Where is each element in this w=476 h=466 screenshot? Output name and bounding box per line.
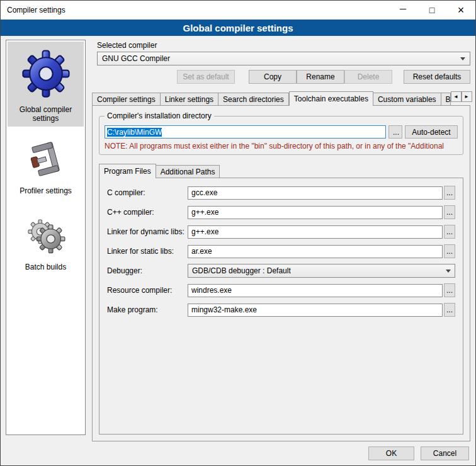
browse-dynamic-linker-button[interactable]: ... — [444, 225, 455, 239]
debugger-select[interactable]: GDB/CDB debugger : Default — [188, 264, 455, 278]
window-title: Compiler settings — [1, 6, 65, 14]
minimize-button[interactable]: ─ — [388, 1, 417, 20]
field-label: Linker for static libs: — [107, 247, 188, 256]
rename-button[interactable]: Rename — [297, 70, 344, 84]
tab-scroll-right-icon[interactable]: ► — [462, 91, 472, 102]
resource-compiler-input[interactable]: windres.exe — [188, 284, 443, 297]
sidebar-item-global-compiler-settings[interactable]: Global compiler settings — [8, 42, 84, 127]
sidebar-item-batch-builds[interactable]: Batch builds — [8, 208, 84, 275]
delete-button[interactable]: Delete — [344, 70, 392, 84]
installation-directory-input[interactable]: C:\raylib\MinGW — [105, 125, 386, 139]
tab-scroll-buttons: ◄ ► — [451, 91, 472, 102]
ok-button[interactable]: OK — [368, 446, 414, 460]
program-files-tab-strip: Program Files Additional Paths — [99, 164, 463, 178]
field-value: GDB/CDB debugger : Default — [192, 266, 291, 275]
selected-compiler-label: Selected compiler — [97, 41, 470, 50]
bin-subdirectory-note: NOTE: All programs must exist either in … — [105, 142, 458, 151]
settings-tab-strip: Compiler settings Linker settings Search… — [92, 91, 470, 105]
blue-gear-icon — [19, 47, 73, 101]
browse-directory-button[interactable]: ... — [388, 125, 402, 139]
chevron-down-icon — [460, 57, 465, 60]
settings-category-list: Global compiler settings Profiler settin… — [6, 40, 86, 435]
c-compiler-row: C compiler: gcc.exe ... — [107, 186, 455, 200]
c-compiler-input[interactable]: gcc.exe — [188, 186, 443, 200]
close-icon: × — [458, 4, 465, 17]
window-controls: ─ □ × — [388, 1, 475, 20]
field-value: mingw32-make.exe — [191, 305, 257, 314]
cpp-compiler-input[interactable]: g++.exe — [188, 206, 443, 219]
static-linker-input[interactable]: ar.exe — [188, 245, 443, 258]
resource-compiler-row: Resource compiler: windres.exe ... — [107, 283, 455, 297]
compiler-settings-window: Compiler settings ─ □ × Global compiler … — [0, 0, 476, 466]
installation-directory-row: C:\raylib\MinGW ... Auto-detect — [105, 125, 458, 139]
dialog-body: Global compiler settings Profiler settin… — [1, 36, 475, 441]
chevron-down-icon — [446, 270, 451, 273]
tab-compiler-settings[interactable]: Compiler settings — [92, 93, 161, 105]
reset-defaults-button[interactable]: Reset defaults — [404, 70, 470, 84]
field-label: Make program: — [107, 305, 188, 314]
subtab-additional-paths[interactable]: Additional Paths — [156, 165, 220, 178]
copy-button[interactable]: Copy — [249, 70, 297, 84]
installation-directory-value: C:\raylib\MinGW — [107, 128, 162, 137]
tab-build-options-truncated[interactable]: Buil — [441, 93, 451, 105]
field-value: ar.exe — [191, 247, 212, 256]
title-bar: Compiler settings ─ □ × — [1, 1, 475, 20]
main-panel: Selected compiler GNU GCC Compiler Set a… — [92, 40, 470, 441]
dynamic-linker-input[interactable]: g++.exe — [188, 225, 443, 239]
maximize-icon: □ — [429, 5, 434, 15]
minimize-icon: ─ — [400, 4, 406, 14]
tab-linker-settings[interactable]: Linker settings — [161, 93, 218, 105]
field-label: Debugger: — [107, 266, 188, 275]
browse-cpp-compiler-button[interactable]: ... — [444, 205, 455, 219]
cancel-button[interactable]: Cancel — [421, 446, 469, 460]
installation-directory-label: Compiler's installation directory — [105, 111, 214, 120]
field-value: gcc.exe — [191, 188, 217, 197]
maximize-button[interactable]: □ — [417, 1, 446, 20]
field-value: g++.exe — [191, 208, 218, 217]
browse-resource-compiler-button[interactable]: ... — [444, 283, 455, 297]
close-button[interactable]: × — [446, 1, 475, 20]
subtab-program-files[interactable]: Program Files — [99, 164, 156, 178]
installation-directory-group: Compiler's installation directory C:\ray… — [99, 116, 463, 155]
dialog-footer: OK Cancel — [1, 441, 475, 465]
sidebar-item-label: Profiler settings — [20, 186, 72, 195]
browse-c-compiler-button[interactable]: ... — [444, 186, 455, 200]
make-program-row: Make program: mingw32-make.exe ... — [107, 303, 455, 317]
selected-compiler-section: Selected compiler GNU GCC Compiler Set a… — [92, 40, 470, 84]
make-program-input[interactable]: mingw32-make.exe — [188, 304, 443, 317]
tab-search-directories[interactable]: Search directories — [218, 93, 289, 105]
field-value: g++.exe — [191, 227, 218, 236]
compiler-buttons-row: Set as default Copy Rename Delete Reset … — [97, 70, 470, 84]
field-label: C++ compiler: — [107, 208, 188, 217]
browse-static-linker-button[interactable]: ... — [444, 244, 455, 258]
field-value: windres.exe — [191, 286, 232, 295]
static-linker-row: Linker for static libs: ar.exe ... — [107, 244, 455, 258]
program-files-panel: C compiler: gcc.exe ... C++ compiler: g+… — [99, 178, 463, 435]
sidebar-item-profiler-settings[interactable]: Profiler settings — [8, 135, 84, 199]
field-label: C compiler: — [107, 188, 188, 197]
debugger-row: Debugger: GDB/CDB debugger : Default — [107, 264, 455, 278]
tab-toolchain-executables[interactable]: Toolchain executables — [289, 91, 373, 106]
compiler-select[interactable]: GNU GCC Compiler — [97, 52, 470, 65]
cpp-compiler-row: C++ compiler: g++.exe ... — [107, 205, 455, 219]
sidebar-item-label: Batch builds — [25, 263, 66, 271]
dynamic-linker-row: Linker for dynamic libs: g++.exe ... — [107, 225, 455, 239]
auto-detect-button[interactable]: Auto-detect — [405, 125, 458, 139]
browse-make-program-button[interactable]: ... — [444, 303, 455, 317]
toolchain-executables-panel: Compiler's installation directory C:\ray… — [92, 105, 470, 441]
set-as-default-button[interactable]: Set as default — [177, 70, 235, 84]
sidebar-item-label: Global compiler settings — [9, 105, 82, 123]
profiler-clamp-icon — [26, 140, 65, 182]
page-title: Global compiler settings — [1, 20, 475, 36]
gray-gears-icon — [21, 213, 71, 258]
tab-custom-variables[interactable]: Custom variables — [373, 93, 441, 105]
field-label: Resource compiler: — [107, 286, 188, 295]
compiler-select-value: GNU GCC Compiler — [102, 54, 170, 63]
tab-scroll-left-icon[interactable]: ◄ — [451, 91, 462, 102]
field-label: Linker for dynamic libs: — [107, 227, 188, 236]
